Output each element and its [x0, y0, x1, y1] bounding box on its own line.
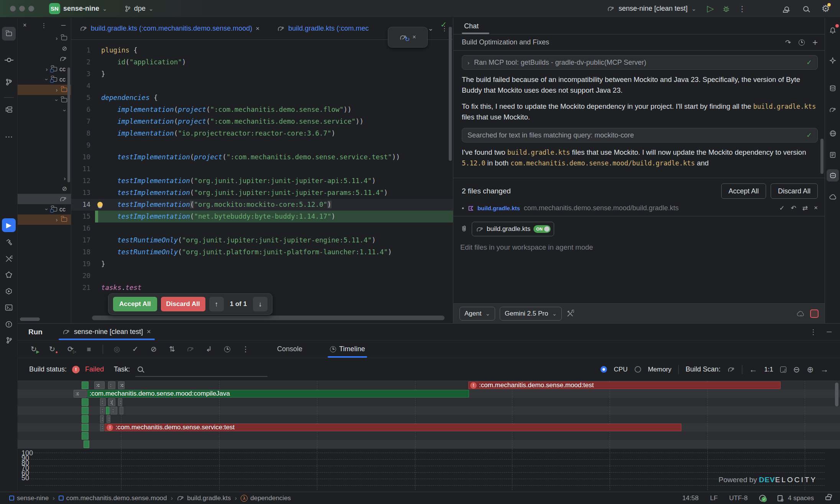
timeline-task-bar[interactable]: : — [100, 407, 105, 414]
code-line[interactable]: 4 — [71, 80, 453, 92]
code-with-me-button[interactable] — [783, 5, 788, 13]
inspections-ok-icon[interactable]: ✓ — [440, 20, 447, 29]
sort-button[interactable]: ⇅ — [167, 345, 177, 353]
unlocked-icon[interactable] — [825, 496, 831, 500]
timeline-task-bar[interactable] — [84, 440, 89, 448]
close-icon[interactable]: × — [814, 204, 818, 212]
code-editor[interactable]: 1plugins {2 id("application")3}45depende… — [71, 40, 453, 323]
tree-chevron-icon[interactable]: › — [54, 216, 59, 223]
ignore-button[interactable]: ⊘ — [149, 345, 158, 353]
cpu-radio[interactable] — [600, 366, 607, 373]
task-filter-input[interactable] — [135, 362, 267, 377]
settings-button[interactable]: ⚙ — [822, 3, 830, 14]
tree-chevron-icon[interactable]: › — [54, 87, 59, 93]
code-line[interactable]: 14 testImplementation("org.mockito:mocki… — [71, 199, 453, 211]
services-tool-button[interactable] — [2, 285, 16, 298]
timeline-task-bar[interactable] — [120, 407, 123, 414]
resume-button[interactable]: ⟳▷ — [66, 345, 75, 353]
window-zoom-button[interactable] — [28, 6, 34, 11]
scroll-left-icon[interactable]: ← — [749, 365, 757, 374]
project-tree-item[interactable]: › — [18, 85, 71, 95]
gradle-sync-icon[interactable] — [399, 34, 407, 40]
window-close-button[interactable] — [10, 6, 16, 11]
changed-file-row[interactable]: • build.gradle.kts com.mechanitis.demo.s… — [462, 204, 818, 212]
close-icon[interactable]: × — [147, 328, 151, 336]
stop-generation-button[interactable] — [810, 309, 819, 318]
project-tree-item[interactable]: ›cc — [18, 64, 71, 74]
tree-chevron-icon[interactable]: › — [54, 35, 59, 41]
project-tree-item[interactable]: › — [18, 95, 71, 105]
timeline-task-bar[interactable]: :c — [74, 390, 87, 398]
panel-options-icon[interactable]: ⋮ — [41, 22, 47, 29]
build-tool-button[interactable] — [2, 235, 16, 249]
editor-tab-inactive[interactable]: build.gradle.kts (:com.mec — [272, 18, 374, 39]
structure-tool-button[interactable] — [2, 103, 16, 116]
debug-button[interactable] — [722, 5, 730, 13]
chat-scrollbar[interactable] — [820, 139, 824, 174]
build-scan-gradle-icon[interactable] — [727, 367, 735, 372]
notifications-button[interactable] — [827, 25, 839, 37]
code-line[interactable]: 11 — [71, 163, 453, 175]
code-line[interactable]: 9 — [71, 139, 453, 151]
code-line[interactable]: 17 testRuntimeOnly("org.junit.jupiter:ju… — [71, 234, 453, 246]
code-line[interactable]: 3} — [71, 68, 453, 80]
context-file-chip[interactable]: build.gradle.kts ON — [472, 222, 554, 236]
code-line[interactable]: 19} — [71, 258, 453, 270]
timeline-task-bar[interactable]: : — [108, 381, 115, 389]
accept-all-button[interactable]: Accept All — [721, 183, 766, 199]
code-line[interactable]: 8 implementation("io.projectreactor:reac… — [71, 128, 453, 139]
run-tab-active[interactable]: sense-nine [clean test] × — [59, 324, 155, 340]
tab-console[interactable]: Console — [275, 340, 305, 358]
timeline-task-bar[interactable] — [82, 407, 88, 414]
endpoints-button[interactable] — [827, 127, 839, 139]
run-button[interactable]: ▷ — [707, 3, 714, 14]
chip-toggle[interactable]: ON — [533, 225, 551, 233]
tool-run-card[interactable]: Searched for text in files matching quer… — [462, 128, 818, 142]
revert-file-icon[interactable]: ↶ — [791, 204, 796, 212]
file-encoding[interactable]: UTF-8 — [729, 494, 748, 502]
timeline-task-bar[interactable]: !:com.mechanitis.demo.sense.mood:test — [468, 381, 781, 389]
tree-chevron-icon[interactable]: › — [44, 207, 50, 212]
zoom-out-icon[interactable]: ⊖ — [793, 365, 800, 374]
code-line[interactable]: 21tasks.test — [71, 282, 453, 294]
rerun-button[interactable]: ↻▶ — [29, 345, 38, 353]
collapse-all-icon[interactable]: × — [23, 22, 26, 29]
memory-radio[interactable] — [635, 366, 641, 373]
timeline-task-bar[interactable]: : — [100, 415, 104, 423]
attach-icon[interactable] — [460, 225, 467, 233]
caret-position[interactable]: 14:58 — [682, 494, 699, 502]
mode-selector[interactable]: Agent ⌄ — [459, 307, 495, 321]
timeline-scrollbar[interactable] — [835, 383, 838, 406]
tool-run-card[interactable]: › Ran MCP tool: getBuilds - gradle-dv-pu… — [462, 55, 818, 70]
breadcrumb-symbol[interactable]: λdependencies — [241, 494, 291, 502]
chat-tab[interactable]: Chat — [464, 22, 479, 34]
model-selector[interactable]: Gemini 2.5 Pro ⌄ — [500, 307, 562, 321]
project-tree-item[interactable] — [18, 54, 71, 64]
code-line[interactable]: 6 implementation(project(":com.mechaniti… — [71, 104, 453, 116]
previous-change-button[interactable]: ↑ — [209, 297, 224, 311]
code-line[interactable]: 12 testImplementation("org.junit.jupiter… — [71, 175, 453, 187]
timeline-task-bar[interactable]: :( — [108, 398, 115, 406]
project-tool-button[interactable] — [2, 27, 16, 41]
timeline-task-bar[interactable]: !:com.mechanitis.demo.sense.service:test — [105, 424, 681, 431]
tools-tool-button[interactable] — [2, 252, 16, 266]
discard-all-button[interactable]: Discard All — [161, 297, 205, 311]
timeline-task-bar[interactable] — [82, 415, 88, 423]
import-results-button[interactable]: ↲ — [204, 345, 213, 353]
timeline-task-bar[interactable] — [82, 381, 88, 389]
gradle-button[interactable] — [827, 103, 839, 116]
project-tree-item[interactable]: ⊘ — [18, 43, 71, 54]
chat-input-area[interactable]: build.gradle.kts ON Edit files in your w… — [453, 216, 825, 291]
database-button[interactable] — [827, 82, 839, 94]
tree-chevron-icon[interactable]: › — [44, 66, 49, 72]
accept-file-icon[interactable]: ✓ — [779, 204, 784, 212]
project-tree-item[interactable]: ⊘ — [18, 183, 71, 194]
more-tool-windows-button[interactable]: … — [2, 128, 16, 142]
vcs-tool-button[interactable] — [2, 75, 16, 89]
terminal-tool-button[interactable] — [2, 301, 16, 314]
run-tool-button[interactable]: ▶ — [2, 218, 16, 232]
project-tree-item[interactable]: ›cc — [18, 204, 71, 214]
chat-input-placeholder[interactable]: Edit files in your workspace in agent mo… — [460, 243, 818, 252]
close-icon[interactable]: × — [412, 34, 416, 41]
timeline-task-bar[interactable]: :com.mechanitis.demo.sense.mood:compileJ… — [87, 390, 469, 398]
